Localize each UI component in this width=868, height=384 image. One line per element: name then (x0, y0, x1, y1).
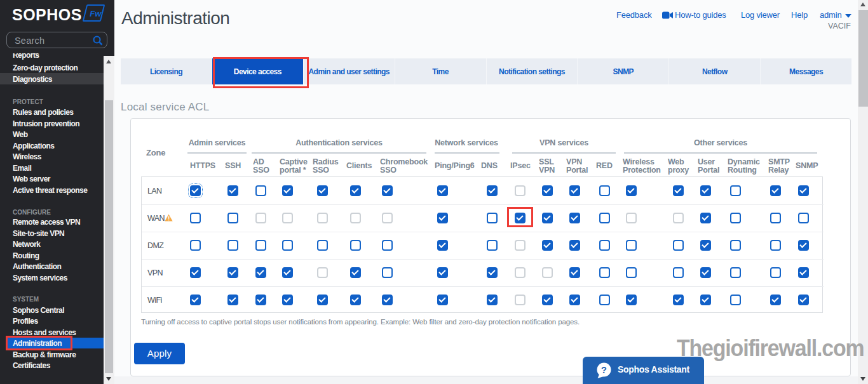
svg-text:?: ? (601, 365, 607, 375)
